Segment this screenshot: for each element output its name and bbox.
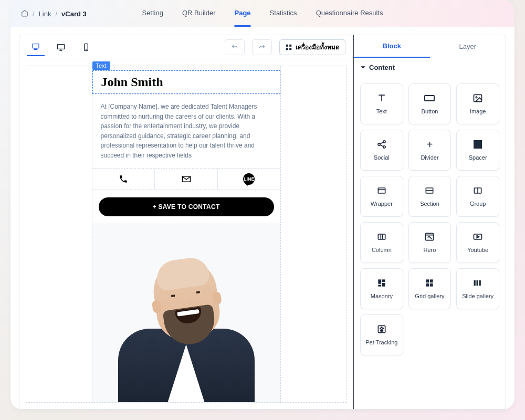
svg-rect-23 <box>382 283 385 287</box>
tab-layer[interactable]: Layer <box>430 35 506 58</box>
svg-rect-7 <box>286 48 288 50</box>
home-icon[interactable] <box>21 9 28 18</box>
block-type-tag: Text <box>92 61 110 70</box>
block-grid-gallery[interactable]: Grid gallery <box>408 268 452 309</box>
canvas-container: Text John Smith At [Company Name], we ar… <box>19 59 353 409</box>
app-window: / Link / vCard 3 Setting QR Builder Page… <box>10 0 514 410</box>
breadcrumb-separator: / <box>55 10 57 18</box>
nav-questionnaire[interactable]: Questionnaire Results <box>316 1 383 27</box>
contact-row: LINE <box>92 168 280 190</box>
svg-rect-8 <box>289 48 291 50</box>
text-block-selected[interactable]: Text John Smith <box>92 70 280 94</box>
svg-rect-6 <box>289 44 291 46</box>
block-slide-gallery[interactable]: Slide gallery <box>456 268 499 309</box>
email-button[interactable] <box>155 169 218 190</box>
section-content-header[interactable]: Content <box>354 58 506 77</box>
canvas[interactable]: Text John Smith At [Company Name], we ar… <box>26 66 346 403</box>
svg-point-33 <box>382 328 383 329</box>
block-grid: Text Button Image Social + Divider <box>354 77 506 362</box>
breadcrumb: / Link / vCard 3 <box>21 9 87 18</box>
description-text[interactable]: At [Company Name], we are dedicated Tale… <box>92 94 280 168</box>
svg-point-34 <box>381 327 382 328</box>
line-button[interactable]: LINE <box>218 169 280 190</box>
block-hero[interactable]: Hero <box>408 222 452 263</box>
svg-rect-2 <box>57 44 64 49</box>
nav-statistics[interactable]: Statistics <box>270 1 297 27</box>
svg-rect-14 <box>378 188 385 193</box>
line-icon: LINE <box>243 173 255 185</box>
all-tools-button[interactable]: เครื่องมือทั้งหมด <box>279 39 345 55</box>
work-area: เครื่องมือทั้งหมด Text John Smith At [Co… <box>10 27 514 410</box>
nav-setting[interactable]: Setting <box>142 1 163 27</box>
svg-rect-20 <box>378 280 381 284</box>
svg-rect-17 <box>378 234 385 239</box>
breadcrumb-separator: / <box>33 10 35 18</box>
block-column[interactable]: Column <box>360 222 403 263</box>
device-auto-button[interactable] <box>27 38 45 56</box>
block-divider[interactable]: + Divider <box>408 130 452 171</box>
all-tools-label: เครื่องมือทั้งหมด <box>296 42 340 52</box>
redo-button[interactable] <box>252 39 272 55</box>
svg-rect-5 <box>286 44 288 46</box>
section-content-label: Content <box>369 64 395 71</box>
svg-rect-0 <box>33 44 39 48</box>
svg-rect-1 <box>34 49 37 49</box>
block-spacer[interactable]: Spacer <box>456 130 499 171</box>
profile-photo[interactable] <box>92 224 280 402</box>
block-pet-tracking[interactable]: Pet Tracking <box>360 314 403 355</box>
svg-rect-25 <box>430 280 433 283</box>
block-youtube[interactable]: Youtube <box>456 222 499 263</box>
block-button[interactable]: Button <box>408 83 452 124</box>
person-illustration <box>118 245 255 402</box>
device-mobile-button[interactable] <box>77 38 95 56</box>
phone-button[interactable] <box>92 169 155 190</box>
block-group[interactable]: Group <box>456 176 499 217</box>
svg-rect-24 <box>426 280 429 283</box>
heading-text[interactable]: John Smith <box>93 71 280 93</box>
svg-point-35 <box>380 330 383 331</box>
svg-rect-28 <box>474 280 476 286</box>
editor-panel: เครื่องมือทั้งหมด Text John Smith At [Co… <box>19 35 353 410</box>
svg-point-4 <box>86 49 87 49</box>
nav-page[interactable]: Page <box>235 1 251 27</box>
top-nav: Setting QR Builder Page Statistics Quest… <box>142 1 383 27</box>
svg-point-32 <box>380 328 381 329</box>
undo-button[interactable] <box>225 39 245 55</box>
block-social[interactable]: Social <box>360 130 403 171</box>
block-wrapper[interactable]: Wrapper <box>360 176 403 217</box>
breadcrumb-current: vCard 3 <box>61 10 87 18</box>
block-masonry[interactable]: Masonry <box>360 268 403 309</box>
svg-rect-26 <box>426 284 429 287</box>
svg-rect-27 <box>430 284 433 287</box>
svg-rect-22 <box>378 285 381 287</box>
save-contact-button[interactable]: + SAVE TO CONTACT <box>99 197 274 216</box>
nav-qr-builder[interactable]: QR Builder <box>182 1 216 27</box>
tab-block[interactable]: Block <box>354 35 430 58</box>
chevron-down-icon <box>360 65 366 70</box>
page-body: Text John Smith At [Company Name], we ar… <box>92 66 281 402</box>
device-desktop-button[interactable] <box>52 38 70 56</box>
top-bar: / Link / vCard 3 Setting QR Builder Page… <box>10 0 514 27</box>
svg-rect-29 <box>477 280 478 286</box>
side-tabs: Block Layer <box>354 35 506 58</box>
svg-rect-30 <box>479 280 481 286</box>
block-image[interactable]: Image <box>456 83 499 124</box>
block-text[interactable]: Text <box>360 83 403 124</box>
svg-rect-21 <box>382 280 385 282</box>
editor-toolbar: เครื่องมือทั้งหมด <box>19 35 353 59</box>
side-panel: Block Layer Content Text Button Image <box>353 35 506 410</box>
block-section[interactable]: Section <box>408 176 452 217</box>
breadcrumb-link[interactable]: Link <box>39 10 51 18</box>
svg-point-10 <box>476 97 477 98</box>
